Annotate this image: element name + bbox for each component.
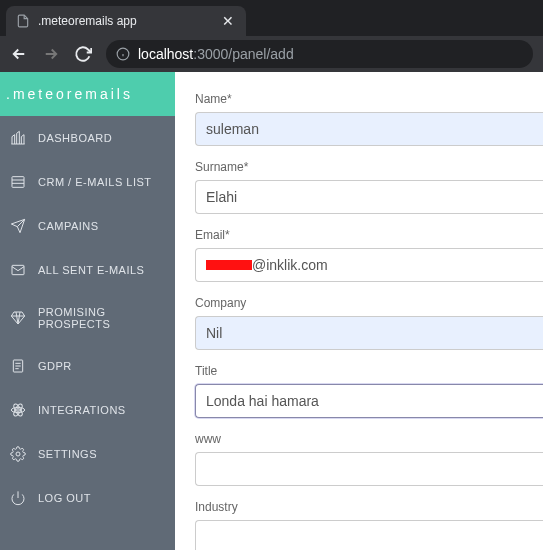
sidebar-item-label: LOG OUT: [38, 492, 91, 504]
url-path: :3000/panel/add: [193, 46, 293, 62]
sidebar-item-label: SETTINGS: [38, 448, 97, 460]
list-icon: [10, 174, 26, 190]
company-label: Company: [195, 296, 543, 310]
mail-icon: [10, 262, 26, 278]
atom-icon: [10, 402, 26, 418]
address-bar: localhost:3000/panel/add: [0, 36, 543, 72]
industry-label: Industry: [195, 500, 543, 514]
sidebar-item-gdpr[interactable]: GDPR: [0, 344, 175, 388]
redacted-text: [206, 260, 252, 270]
gear-icon: [10, 446, 26, 462]
email-label: Email*: [195, 228, 543, 242]
dashboard-icon: [10, 130, 26, 146]
tab-title: .meteoremails app: [38, 14, 220, 28]
surname-label: Surname*: [195, 160, 543, 174]
sidebar-item-label: CAMPAINS: [38, 220, 99, 232]
form-panel: Name* Surname* Email* @inklik.com Compan…: [175, 72, 543, 550]
diamond-icon: [10, 310, 26, 326]
reload-icon[interactable]: [74, 45, 92, 63]
document-icon: [10, 358, 26, 374]
url-input[interactable]: localhost:3000/panel/add: [106, 40, 533, 68]
title-input[interactable]: [195, 384, 543, 418]
sidebar-item-logout[interactable]: LOG OUT: [0, 476, 175, 520]
sidebar-item-prospects[interactable]: PROMISING PROSPECTS: [0, 292, 175, 344]
back-icon[interactable]: [10, 45, 28, 63]
sidebar-item-settings[interactable]: SETTINGS: [0, 432, 175, 476]
page-icon: [16, 14, 30, 28]
sidebar-item-label: PROMISING PROSPECTS: [38, 306, 165, 330]
surname-input[interactable]: [195, 180, 543, 214]
browser-tab[interactable]: .meteoremails app ✕: [6, 6, 246, 36]
name-input[interactable]: [195, 112, 543, 146]
sidebar-item-campaigns[interactable]: CAMPAINS: [0, 204, 175, 248]
title-label: Title: [195, 364, 543, 378]
sidebar-item-label: ALL SENT E-MAILS: [38, 264, 144, 276]
close-icon[interactable]: ✕: [220, 13, 236, 29]
send-icon: [10, 218, 26, 234]
email-input[interactable]: @inklik.com: [195, 248, 543, 282]
name-label: Name*: [195, 92, 543, 106]
sidebar-item-label: GDPR: [38, 360, 72, 372]
svg-rect-3: [12, 177, 24, 188]
sidebar-item-dashboard[interactable]: DASHBOARD: [0, 116, 175, 160]
svg-point-11: [17, 409, 20, 412]
industry-input[interactable]: [195, 520, 543, 550]
sidebar-item-label: CRM / E-MAILS LIST: [38, 176, 152, 188]
sidebar-item-label: DASHBOARD: [38, 132, 112, 144]
www-label: www: [195, 432, 543, 446]
www-input[interactable]: [195, 452, 543, 486]
svg-point-12: [11, 407, 24, 412]
tab-bar: .meteoremails app ✕: [0, 0, 543, 36]
company-input[interactable]: [195, 316, 543, 350]
sidebar-item-integrations[interactable]: INTEGRATIONS: [0, 388, 175, 432]
brand-logo: .meteoremails: [0, 72, 175, 116]
sidebar-item-crm[interactable]: CRM / E-MAILS LIST: [0, 160, 175, 204]
email-suffix: @inklik.com: [252, 257, 328, 273]
sidebar: .meteoremails DASHBOARD CRM / E-MAILS LI…: [0, 72, 175, 550]
url-host: localhost: [138, 46, 193, 62]
sidebar-item-sent[interactable]: ALL SENT E-MAILS: [0, 248, 175, 292]
info-icon: [116, 47, 130, 61]
svg-rect-6: [12, 265, 24, 274]
power-icon: [10, 490, 26, 506]
svg-point-15: [16, 452, 20, 456]
sidebar-item-label: INTEGRATIONS: [38, 404, 126, 416]
forward-icon[interactable]: [42, 45, 60, 63]
